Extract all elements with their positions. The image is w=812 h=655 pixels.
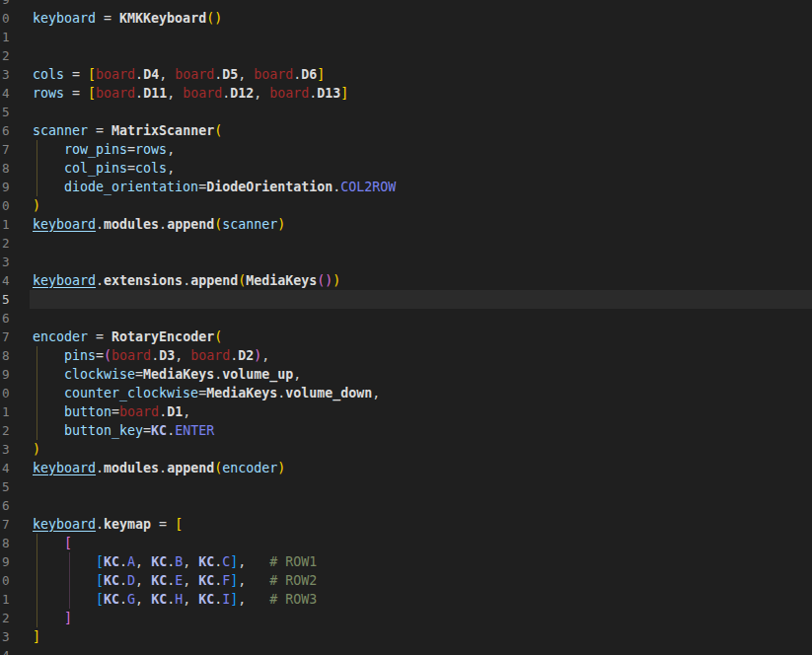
code-line[interactable]: 0 counter_clockwise=MediaKeys.volume_dow… [0, 384, 812, 402]
code-line[interactable]: 4keyboard.extensions.append(MediaKeys()) [0, 271, 812, 290]
line-number[interactable]: 9 [2, 365, 10, 384]
line-number[interactable]: 4 [2, 646, 10, 655]
line-number[interactable]: 2 [2, 46, 10, 65]
token-variable: rows [33, 86, 64, 101]
token-member: modules [104, 217, 159, 232]
line-number[interactable]: 8 [2, 346, 10, 365]
token-punctuation: , [167, 161, 175, 176]
code-line[interactable]: 7keyboard.keymap = [ [0, 515, 812, 534]
token-variable-ref: keyboard [33, 461, 96, 475]
line-number[interactable]: 8 [2, 534, 10, 552]
code-line[interactable]: 2 button_key=KC.ENTER [0, 421, 812, 440]
code-line[interactable]: 7encoder = RotaryEncoder( [0, 328, 812, 346]
code-line[interactable]: 9 [0, 0, 812, 9]
line-number[interactable]: 1 [2, 28, 10, 46]
code-text: col_pins=cols, [33, 159, 175, 178]
line-number[interactable]: 6 [2, 121, 10, 140]
code-line[interactable]: 3] [0, 627, 812, 646]
line-number[interactable]: 2 [2, 421, 10, 440]
code-line[interactable]: 8 pins=(board.D3, board.D2), [0, 346, 812, 365]
code-line[interactable]: 2 [0, 234, 812, 253]
code-line[interactable]: 5 [0, 103, 812, 121]
token-member: modules [104, 461, 159, 475]
code-line[interactable]: 3 [0, 253, 812, 271]
code-text: cols = [board.D4, board.D5, board.D6] [33, 65, 325, 84]
line-number[interactable]: 5 [2, 477, 10, 496]
code-line[interactable]: 8 col_pins=cols, [0, 159, 812, 178]
line-number[interactable]: 4 [2, 84, 10, 103]
code-line[interactable]: 2 [0, 46, 812, 65]
line-number[interactable]: 6 [2, 309, 10, 328]
code-line[interactable]: 4 [0, 646, 812, 655]
code-text: ] [33, 627, 40, 646]
token-bracket-level3: [ [96, 592, 104, 607]
line-number[interactable]: 8 [2, 159, 10, 178]
code-line[interactable]: 6 [0, 496, 812, 515]
code-line[interactable]: 5 [0, 290, 812, 309]
token-bracket-level2: ] [64, 611, 72, 625]
line-number[interactable]: 7 [2, 140, 10, 159]
line-number[interactable]: 6 [2, 496, 10, 515]
code-line[interactable]: 0keyboard = KMKKeyboard() [0, 9, 812, 28]
code-text: ) [33, 196, 40, 215]
line-number[interactable]: 7 [2, 515, 10, 534]
line-number[interactable]: 1 [2, 402, 10, 421]
line-number[interactable]: 9 [2, 178, 10, 196]
line-number[interactable]: 5 [2, 103, 10, 121]
line-number[interactable]: 5 [2, 290, 10, 309]
code-line[interactable]: 1 [0, 28, 812, 46]
code-line[interactable]: 6scanner = MatrixScanner( [0, 121, 812, 140]
code-line[interactable]: 0) [0, 196, 812, 215]
code-line[interactable]: 3) [0, 440, 812, 459]
code-line[interactable]: 9 diode_orientation=DiodeOrientation.COL… [0, 178, 812, 196]
line-number[interactable]: 0 [2, 196, 10, 215]
code-line[interactable]: 6 [0, 309, 812, 328]
code-line[interactable]: 7 row_pins=rows, [0, 140, 812, 159]
code-line[interactable]: 4keyboard.modules.append(encoder) [0, 459, 812, 477]
code-line[interactable]: 9 clockwise=MediaKeys.volume_up, [0, 365, 812, 384]
line-number[interactable]: 1 [2, 215, 10, 234]
token-punctuation: , [183, 554, 198, 569]
token-variable: button [64, 404, 111, 419]
token-constant: COL2ROW [340, 180, 396, 194]
token-punctuation: . [214, 367, 222, 382]
token-punctuation [33, 161, 64, 176]
line-number[interactable]: 9 [2, 552, 10, 571]
line-number[interactable]: 2 [2, 234, 10, 253]
token-variable: button_key [64, 423, 143, 438]
code-editor: 90keyboard = KMKKeyboard()123cols = [boa… [0, 0, 812, 655]
token-punctuation: , [175, 348, 190, 363]
token-punctuation: . [183, 273, 190, 288]
code-line[interactable]: 1keyboard.modules.append(scanner) [0, 215, 812, 234]
token-punctuation: . [96, 273, 104, 288]
code-line[interactable]: 1 button=board.D1, [0, 402, 812, 421]
line-number[interactable]: 7 [2, 328, 10, 346]
line-number[interactable]: 0 [2, 571, 10, 590]
code-line[interactable]: 5 [0, 477, 812, 496]
line-number[interactable]: 3 [2, 253, 10, 271]
line-number[interactable]: 2 [2, 609, 10, 627]
token-punctuation: = [127, 142, 135, 157]
line-number[interactable]: 4 [2, 459, 10, 477]
line-number[interactable]: 9 [2, 0, 10, 9]
line-number[interactable]: 3 [2, 627, 10, 646]
code-line[interactable]: 3cols = [board.D4, board.D5, board.D6] [0, 65, 812, 84]
line-number[interactable]: 3 [2, 65, 10, 84]
token-kc-object: KC [151, 554, 167, 569]
token-constant: D [127, 573, 135, 588]
line-number[interactable]: 1 [2, 590, 10, 609]
code-line[interactable]: 2 ] [0, 609, 812, 627]
code-line[interactable]: 0 [KC.D, KC.E, KC.F], # ROW2 [0, 571, 812, 590]
token-punctuation: . [119, 573, 127, 588]
code-line[interactable]: 9 [KC.A, KC.B, KC.C], # ROW1 [0, 552, 812, 571]
token-bracket-level1: ) [33, 198, 40, 213]
code-line[interactable]: 1 [KC.G, KC.H, KC.I], # ROW3 [0, 590, 812, 609]
code-line[interactable]: 8 [ [0, 534, 812, 552]
token-punctuation [33, 573, 96, 588]
line-number[interactable]: 3 [2, 440, 10, 459]
code-line[interactable]: 4rows = [board.D11, board.D12, board.D13… [0, 84, 812, 103]
line-number[interactable]: 0 [2, 9, 10, 28]
line-number[interactable]: 0 [2, 384, 10, 402]
line-number[interactable]: 4 [2, 271, 10, 290]
code-text: row_pins=rows, [33, 140, 175, 159]
